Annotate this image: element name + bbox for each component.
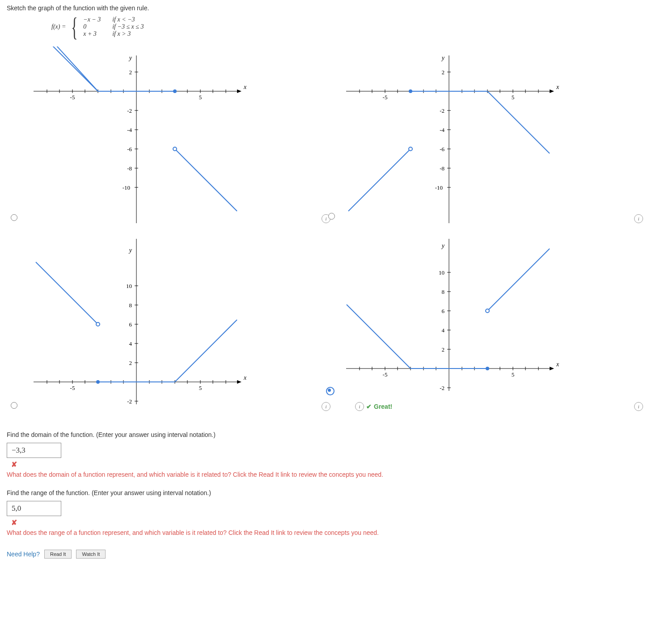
info-icon[interactable]: i	[634, 402, 643, 411]
svg-marker-1	[237, 89, 241, 93]
svg-text:-2: -2	[127, 107, 132, 114]
range-question: Find the range of the function. (Enter y…	[7, 489, 645, 496]
piece-cond-0: if x < −3	[112, 16, 170, 23]
range-hint: What does the range of a function repres…	[7, 529, 645, 536]
svg-point-78	[409, 147, 412, 151]
svg-point-41	[173, 147, 177, 151]
svg-text:-6: -6	[440, 146, 445, 153]
svg-text:-10: -10	[435, 184, 443, 191]
svg-text:-10: -10	[123, 184, 130, 191]
svg-text:y: y	[128, 247, 132, 254]
domain-hint: What does the domain of a function repre…	[7, 471, 645, 478]
check-icon: ✔	[366, 403, 372, 410]
svg-text:y: y	[441, 55, 445, 61]
svg-text:x: x	[243, 84, 247, 90]
svg-text:-5: -5	[70, 385, 75, 391]
feedback-text: Great!	[374, 403, 392, 410]
svg-text:6: 6	[129, 321, 132, 328]
svg-text:5: 5	[199, 385, 202, 391]
svg-point-118	[96, 380, 100, 384]
svg-text:2: 2	[129, 69, 132, 76]
svg-text:10: 10	[439, 269, 445, 276]
graph-option-4: -5 5 10 8 6 4 2 -2 y x i i ✔ G	[337, 234, 645, 413]
svg-point-116	[96, 322, 100, 326]
svg-text:-6: -6	[127, 146, 132, 153]
svg-point-80	[409, 89, 412, 93]
brace-icon: {	[72, 16, 78, 38]
svg-marker-121	[550, 367, 554, 370]
svg-text:2: 2	[129, 360, 132, 366]
svg-line-77	[348, 149, 411, 211]
svg-point-39	[173, 89, 177, 93]
piece-cond-1: if −3 ≤ x ≤ 3	[112, 23, 170, 30]
read-it-button[interactable]: Read It	[44, 550, 72, 559]
incorrect-icon: ✘	[11, 519, 17, 526]
svg-text:-2: -2	[127, 398, 132, 405]
svg-line-119	[175, 320, 237, 382]
domain-answer-input[interactable]: −3,3	[7, 443, 61, 458]
svg-text:2: 2	[442, 346, 445, 353]
piece-cond-2: if x > 3	[112, 30, 170, 38]
graph-option-3: -5 5 10 8 6 4 2 -2 y x i	[25, 234, 333, 413]
svg-line-40	[175, 149, 237, 211]
svg-text:4: 4	[442, 327, 445, 334]
svg-line-42	[34, 47, 98, 91]
function-definition: f(x) = { −x − 3 if x < −3 0 if −3 ≤ x ≤ …	[51, 16, 645, 38]
need-help-row: Need Help? Read It Watch It	[7, 550, 645, 559]
svg-line-33	[38, 47, 98, 91]
svg-text:x: x	[556, 361, 559, 368]
question-prompt: Sketch the graph of the function with th…	[7, 4, 645, 12]
info-icon[interactable]: i	[355, 402, 364, 411]
piece-expr-2: x + 3	[83, 30, 112, 38]
svg-text:-4: -4	[440, 127, 445, 133]
range-answer-input[interactable]: 5,0	[7, 501, 61, 516]
svg-point-155	[486, 367, 489, 370]
svg-line-115	[36, 262, 98, 324]
svg-line-156	[487, 249, 550, 311]
svg-text:-5: -5	[383, 94, 388, 101]
piece-expr-0: −x − 3	[83, 16, 112, 23]
svg-text:6: 6	[442, 308, 445, 314]
svg-text:-2: -2	[440, 385, 445, 391]
watch-it-button[interactable]: Watch It	[76, 550, 106, 559]
graph-option-2: -5 5 2 -2 -4 -6 -8 -10 y x i	[337, 47, 645, 225]
correct-feedback: i ✔ Great!	[355, 402, 645, 411]
domain-question: Find the domain of the function. (Enter …	[7, 431, 645, 438]
svg-text:5: 5	[512, 371, 515, 378]
graph-option-1-radio[interactable]	[11, 214, 17, 221]
svg-text:4: 4	[129, 340, 132, 347]
function-lhs: f(x) =	[51, 23, 66, 30]
svg-text:2: 2	[442, 69, 445, 76]
svg-text:x: x	[556, 84, 559, 90]
svg-text:5: 5	[512, 94, 515, 101]
graph-option-4-radio[interactable]	[326, 387, 334, 395]
svg-text:5: 5	[199, 94, 202, 101]
incorrect-icon: ✘	[11, 461, 17, 468]
svg-text:10: 10	[126, 283, 132, 289]
svg-text:8: 8	[442, 288, 445, 295]
svg-text:y: y	[441, 242, 445, 249]
svg-text:-8: -8	[440, 165, 445, 172]
svg-text:-4: -4	[127, 127, 132, 133]
svg-text:y: y	[128, 55, 132, 61]
svg-text:-5: -5	[70, 94, 75, 101]
svg-text:-8: -8	[127, 165, 132, 172]
graph-option-2-radio[interactable]	[328, 213, 335, 220]
piece-expr-1: 0	[83, 23, 112, 30]
svg-text:8: 8	[129, 302, 132, 309]
svg-line-81	[487, 91, 550, 153]
info-icon[interactable]: i	[634, 214, 643, 223]
svg-text:-5: -5	[383, 371, 388, 378]
svg-text:-2: -2	[440, 107, 445, 114]
graph-option-1: -5 5 2 -2 -4 -6 -8 -10 y x	[25, 47, 333, 225]
svg-marker-45	[550, 89, 554, 93]
info-icon[interactable]: i	[322, 402, 330, 411]
svg-point-157	[486, 309, 489, 313]
svg-text:x: x	[243, 374, 247, 381]
svg-line-153	[347, 305, 411, 369]
svg-marker-83	[237, 380, 241, 384]
graph-option-3-radio[interactable]	[11, 402, 17, 409]
need-help-label: Need Help?	[7, 551, 40, 558]
